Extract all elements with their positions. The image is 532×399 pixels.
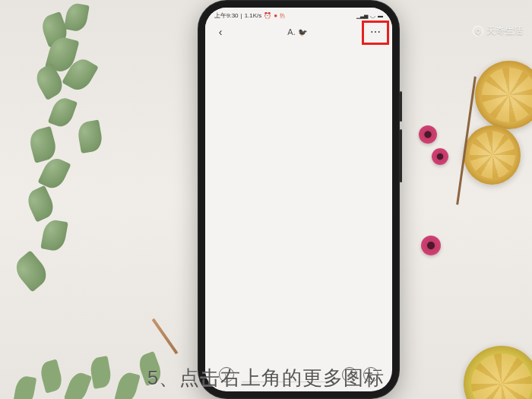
chat-message-area[interactable] (205, 43, 392, 366)
wifi-icon: ◡ (370, 12, 375, 19)
watermark-text: 天奇生活 (486, 24, 523, 37)
status-time: 上午9:30 (214, 11, 239, 20)
status-hot-label: 热 (280, 12, 285, 20)
battery-icon: ▬ (378, 13, 383, 18)
chat-title-emoji: 🐦‍⬛ (298, 28, 307, 36)
phone-mockup: 上午9:30 | 1.1K/s ⏰ ● 热 ▁▃▅ ◡ ▬ ‹ A. 🐦‍⬛ (198, 0, 400, 399)
decorative-citrus-slice (464, 125, 521, 185)
decorative-citrus-slice (475, 61, 532, 129)
back-button[interactable]: ‹ (213, 24, 228, 40)
status-bar: 上午9:30 | 1.1K/s ⏰ ● 热 ▁▃▅ ◡ ▬ (205, 8, 392, 21)
record-icon: ● (274, 12, 277, 19)
chat-title[interactable]: A. 🐦‍⬛ (287, 27, 306, 36)
decorative-flower (432, 148, 448, 165)
watermark: Q 天奇生活 (473, 24, 523, 37)
watermark-logo-icon: Q (473, 26, 483, 36)
decorative-flower (421, 236, 441, 255)
decorative-flower (419, 125, 437, 144)
phone-side-button (400, 129, 402, 182)
alarm-icon: ⏰ (264, 12, 271, 19)
more-button[interactable]: ⋯ (366, 23, 385, 41)
status-network-speed: 1.1K/s (245, 12, 262, 19)
signal-icon: ▁▃▅ (356, 13, 368, 19)
tutorial-caption: 5、点击右上角的更多图标 (0, 365, 532, 391)
chat-header: ‹ A. 🐦‍⬛ ⋯ (205, 21, 392, 43)
more-dots-icon: ⋯ (370, 26, 382, 38)
chevron-left-icon: ‹ (219, 26, 223, 38)
phone-side-button (400, 91, 402, 122)
decorative-pencil (152, 318, 179, 354)
phone-screen: 上午9:30 | 1.1K/s ⏰ ● 热 ▁▃▅ ◡ ▬ ‹ A. 🐦‍⬛ (205, 8, 392, 391)
decorative-eucalyptus-left (0, 0, 137, 334)
